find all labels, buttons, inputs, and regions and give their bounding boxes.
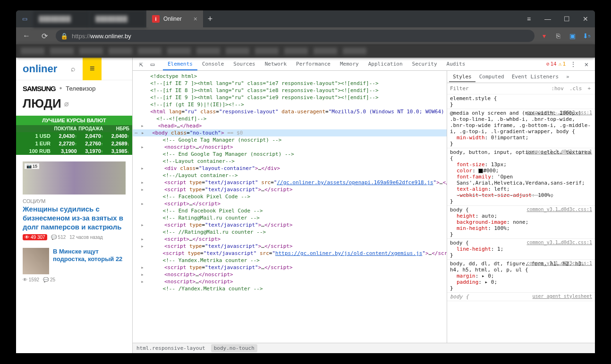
dom-node[interactable]: ▸ <script>…</script> [133,236,447,243]
close-window-icon[interactable]: ✕ [576,10,595,27]
search-icon[interactable]: ⌕ [64,65,83,73]
css-rule[interactable]: common_v3.1…d0d3c.css:1body {height: aut… [447,206,595,239]
dom-node[interactable]: <!--[if IE 7 ]><html lang="ru" class="ie… [133,80,447,87]
dom-node[interactable]: <!doctype html> [133,73,447,80]
dom-node[interactable]: <!-- End Facebook Pixel Code --> [133,207,447,214]
devtools-tab-memory[interactable]: Memory [335,58,364,70]
css-rule[interactable]: element.style {} [447,94,595,109]
dom-node[interactable]: ▸ <script type="text/javascript">…</scri… [133,264,447,271]
ad-logo: SAMSUNG [23,85,56,93]
devtools-tab-security[interactable]: Security [407,58,442,70]
dom-node[interactable]: <!-- /Yandex.Metrika counter --> [133,285,447,292]
dom-node[interactable]: ▸ <noscript>…</noscript> [133,271,447,278]
browser-tab[interactable]: ████████ [33,10,90,27]
download-icon[interactable]: ⬇5 [582,31,591,41]
css-rule[interactable]: common_v3.1…d0d3c.css:1body, button, inp… [447,148,595,206]
error-count[interactable]: ⊘ 14 [546,61,557,67]
devtools-tab-application[interactable]: Application [364,58,407,70]
dom-node[interactable]: ▸ <div class="layout-container">…</div> [133,165,447,172]
site-logo[interactable]: onliner [16,63,64,75]
dom-node[interactable]: <!-- Google Tag Manager (noscript) --> [133,136,447,144]
maximize-icon[interactable]: ☐ [557,10,576,27]
dom-node[interactable]: <!-- Yandex.Metrika counter --> [133,257,447,264]
hov-toggle[interactable]: :hov [550,85,565,92]
dom-node[interactable]: <!-- Facebook Pixel Code --> [133,193,447,200]
back-button[interactable]: ← [20,29,33,42]
css-rule[interactable]: common_v3.1…d0d3c.css:1body {line-height… [447,239,595,260]
article-meta: 👁 1592 💬 25 [16,277,132,287]
devtools-tab-performance[interactable]: Performance [291,58,335,70]
dom-node[interactable]: <!-- Rating@Mail.ru counter --> [133,214,447,221]
url-field[interactable]: 🔒 https://www.onliner.by [56,30,535,42]
warning-count[interactable]: ⚠ 1 [559,61,566,67]
devtools-tab-elements[interactable]: Elements [163,58,197,70]
devtools-tab-network[interactable]: Network [260,58,291,70]
styles-tab[interactable]: Event Listeners [508,71,562,82]
css-rule[interactable]: common_v3.1…d0d3c.css:1body, dd, dl, dt,… [447,260,595,293]
article-category[interactable]: СОЦИУМ [16,197,132,205]
settings-icon[interactable]: ≡ [519,10,538,27]
inspect-icon[interactable]: ⇱ [136,60,147,68]
minimize-icon[interactable]: — [538,10,557,27]
cls-toggle[interactable]: .cls [568,85,584,92]
css-rule[interactable]: responsive-…b86b3.css:1@media only scree… [447,109,595,148]
settings-icon[interactable]: ⋮ [568,60,579,68]
browser-tabs: ████████ ████████ i Onliner × + [33,10,519,27]
window-menu-icon[interactable]: ▭ [16,16,33,22]
dom-node[interactable]: <script type="text/javascript" src="http… [133,250,447,257]
menu-icon[interactable]: ≡ [83,58,102,80]
device-toggle-icon[interactable]: ▭ [147,60,158,68]
close-devtools-icon[interactable]: ✕ [581,60,592,68]
breadcrumb-item[interactable]: html.responsive-layout [136,345,205,351]
dom-node[interactable]: <!--[if IE 8 ]><html lang="ru" class="ie… [133,87,447,94]
dom-node[interactable]: <!--[if (gt IE 9)|!(IE)]><!--> [133,101,447,108]
dom-node[interactable]: ▸ <script>…</script> [133,200,447,207]
dom-node[interactable]: <html lang="ru" class="responsive-layout… [133,108,447,115]
styles-tab[interactable]: Computed [475,71,508,82]
dom-node[interactable]: ▸ <noscript>…</noscript> [133,278,447,285]
devtools-tab-sources[interactable]: Sources [229,58,260,70]
dom-node[interactable]: <!--Layout container--> [133,158,447,165]
add-rule-icon[interactable]: + [586,85,592,92]
article-title[interactable]: Женщины судились с бизнесменом из-за взя… [16,205,132,234]
new-tab-button[interactable]: + [203,10,217,27]
dom-node[interactable]: <!--<![endif]--> [133,115,447,122]
more-icon[interactable]: » [562,71,573,82]
dom-node[interactable]: ▸ <script type="text/javascript" src="//… [133,179,447,186]
style-rules[interactable]: element.style {}responsive-…b86b3.css:1@… [447,94,595,343]
extension-icon[interactable]: ▣ [568,31,577,41]
favicon: i [152,15,160,23]
styles-tab[interactable]: Styles [449,71,475,82]
bookmark-icon[interactable]: ▾ [539,31,549,41]
dom-node[interactable]: ▸ <head>…</head> [133,122,447,129]
article-list-item[interactable]: В Минске ищут подростка, который 22 [16,245,132,277]
dom-node[interactable]: <!--[if IE 9 ]><html lang="ru" class="ie… [133,94,447,101]
close-icon[interactable]: × [194,15,197,23]
dom-node[interactable]: ▸ <script type="text/javascript">…</scri… [133,221,447,229]
browser-tab-active[interactable]: i Onliner × [146,10,203,27]
breadcrumb[interactable]: html.responsive-layoutbody.no-touch [133,343,595,353]
article-image[interactable]: 📷 15 [23,161,126,195]
devtools-tab-audits[interactable]: Audits [442,58,470,70]
browser-tab[interactable]: ████████ [90,10,146,27]
dom-node[interactable]: <!-- End Google Tag Manager (noscript) -… [133,151,447,158]
titlebar: ▭ ████████ ████████ i Onliner × + ≡ — ☐ … [16,10,595,27]
dom-node[interactable]: ⋯▸ <body class="no-touch"> == $0 [133,129,447,136]
currency-rates[interactable]: ЛУЧШИЕ КУРСЫ ВАЛЮТ ПОКУПКА ПРОДАЖА НБРБ … [16,116,132,155]
dom-node[interactable]: <!--/Layout container--> [133,172,447,179]
breadcrumb-item[interactable]: body.no-touch [211,344,257,352]
reload-button[interactable]: ⟳ [38,29,51,42]
dom-node[interactable]: ▸ <script type="text/javascript">…</scri… [133,243,447,250]
extension-icon[interactable]: ⎘ [553,31,563,41]
ad-banner[interactable]: SAMSUNG • Телевизор [16,80,132,95]
styles-filter-input[interactable] [450,85,547,92]
dom-node[interactable]: ▸ <noscript>…</noscript> [133,144,447,151]
section-heading[interactable]: ЛЮДИ ⌀ [23,96,126,111]
rss-icon[interactable]: ⌀ [64,99,69,108]
css-rule[interactable]: user agent stylesheetbody { [447,293,595,301]
comments-count[interactable]: 💬 512 [51,235,66,240]
dom-node[interactable]: <!-- //Rating@Mail.ru counter --> [133,229,447,236]
dom-tree[interactable]: <!doctype html> <!--[if IE 7 ]><html lan… [133,71,447,343]
dom-node[interactable]: ▸ <script type="text/javascript">…</scri… [133,186,447,193]
devtools-tab-console[interactable]: Console [197,58,229,70]
